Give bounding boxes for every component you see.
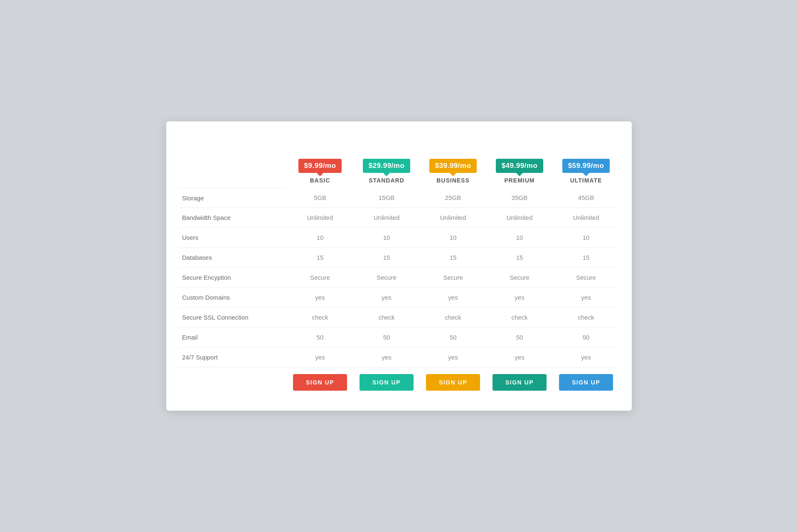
feature-label-row: Email (179, 328, 287, 347)
feature-label-row: Secure Encyption (179, 268, 287, 288)
plan-name-premium: PREMIUM (504, 177, 534, 184)
value-row-ultimate-6: check (553, 308, 619, 328)
value-row-standard-2: 10 (353, 228, 420, 248)
price-badge-basic: $9.99/mo (298, 159, 342, 173)
signup-button-standard[interactable]: SIGN UP (360, 374, 414, 391)
plan-footer-standard: SIGN UP (360, 367, 414, 394)
feature-label-row: Bandwidth Space (179, 208, 287, 228)
feature-label: Bandwidth Space (182, 214, 231, 221)
value-row-basic-2: 10 (287, 228, 353, 248)
plan-footer-ultimate: SIGN UP (559, 367, 613, 394)
label-column: StorageBandwidth SpaceUsersDatabasesSecu… (179, 138, 287, 394)
feature-label: Storage (182, 195, 204, 202)
plan-footer-basic: SIGN UP (293, 367, 347, 394)
value-row-premium-2: 10 (486, 228, 553, 248)
value-row-ultimate-4: Secure (553, 268, 619, 288)
plan-header-standard: $29.99/moSTANDARD (363, 138, 411, 188)
value-row-premium-3: 15 (486, 248, 553, 268)
value-row-basic-0: 5GB (287, 188, 353, 208)
value-row-business-6: check (420, 308, 486, 328)
value-row-premium-5: yes (486, 288, 553, 308)
value-row-business-4: Secure (420, 268, 486, 288)
feature-label-row: 24/7 Support (179, 347, 287, 367)
value-row-basic-3: 15 (287, 248, 353, 268)
value-row-standard-4: Secure (353, 268, 420, 288)
signup-button-business[interactable]: SIGN UP (426, 374, 480, 391)
value-row-basic-6: check (287, 308, 353, 328)
feature-label: Email (182, 334, 198, 341)
value-row-ultimate-8: yes (553, 347, 619, 367)
value-row-standard-5: yes (353, 288, 420, 308)
value-row-basic-7: 50 (287, 328, 353, 347)
plan-name-business: BUSINESS (436, 177, 470, 184)
label-footer (179, 367, 287, 394)
value-row-premium-6: check (486, 308, 553, 328)
value-row-ultimate-5: yes (553, 288, 619, 308)
price-badge-ultimate: $59.99/mo (562, 159, 610, 173)
value-row-ultimate-7: 50 (553, 328, 619, 347)
signup-button-ultimate[interactable]: SIGN UP (559, 374, 613, 391)
value-row-standard-6: check (353, 308, 420, 328)
plan-footer-business: SIGN UP (426, 367, 480, 394)
plan-col-business: $39.99/moBUSINESS25GBUnlimited1015Secure… (420, 138, 486, 394)
plan-col-ultimate: $59.99/moULTIMATE45GBUnlimited1015Secure… (553, 138, 619, 394)
plan-header-basic: $9.99/moBASIC (298, 138, 342, 188)
value-row-basic-5: yes (287, 288, 353, 308)
signup-button-basic[interactable]: SIGN UP (293, 374, 347, 391)
value-row-premium-7: 50 (486, 328, 553, 347)
value-row-ultimate-3: 15 (553, 248, 619, 268)
feature-label: Secure SSL Connection (182, 314, 249, 321)
plan-name-standard: STANDARD (369, 177, 404, 184)
value-row-business-5: yes (420, 288, 486, 308)
value-row-basic-1: Unlimited (287, 208, 353, 228)
feature-label-row: Users (179, 228, 287, 248)
value-row-business-7: 50 (420, 328, 486, 347)
value-row-business-2: 10 (420, 228, 486, 248)
plan-col-standard: $29.99/moSTANDARD15GBUnlimited1015Secure… (353, 138, 420, 394)
feature-label-row: Storage (179, 188, 287, 208)
value-row-standard-7: 50 (353, 328, 420, 347)
plan-name-ultimate: ULTIMATE (570, 177, 602, 184)
price-badge-premium: $49.99/mo (496, 159, 544, 173)
value-row-standard-1: Unlimited (353, 208, 420, 228)
feature-label: Custom Domains (182, 294, 230, 301)
plan-header-business: $39.99/moBUSINESS (429, 138, 477, 188)
value-row-standard-0: 15GB (353, 188, 420, 208)
value-row-ultimate-0: 45GB (553, 188, 619, 208)
feature-label: Secure Encyption (182, 274, 231, 281)
plan-header-premium: $49.99/moPREMIUM (496, 138, 544, 188)
plan-col-premium: $49.99/moPREMIUM35GBUnlimited1015Securey… (486, 138, 553, 394)
value-row-business-8: yes (420, 347, 486, 367)
price-badge-business: $39.99/mo (429, 159, 477, 173)
value-row-business-1: Unlimited (420, 208, 486, 228)
value-row-premium-8: yes (486, 347, 553, 367)
label-header (179, 138, 287, 188)
price-badge-standard: $29.99/mo (363, 159, 411, 173)
value-row-ultimate-2: 10 (553, 228, 619, 248)
feature-label: Databases (182, 254, 212, 261)
plan-col-basic: $9.99/moBASIC5GBUnlimited1015Secureyesch… (287, 138, 353, 394)
feature-label: 24/7 Support (182, 354, 218, 361)
feature-label-row: Custom Domains (179, 288, 287, 308)
feature-label-row: Secure SSL Connection (179, 308, 287, 328)
value-row-business-0: 25GB (420, 188, 486, 208)
plan-footer-premium: SIGN UP (493, 367, 547, 394)
value-row-basic-4: Secure (287, 268, 353, 288)
value-row-business-3: 15 (420, 248, 486, 268)
feature-label: Users (182, 234, 198, 241)
value-row-premium-0: 35GB (486, 188, 553, 208)
value-row-ultimate-1: Unlimited (553, 208, 619, 228)
feature-label-row: Databases (179, 248, 287, 268)
plan-header-ultimate: $59.99/moULTIMATE (562, 138, 610, 188)
signup-button-premium[interactable]: SIGN UP (493, 374, 547, 391)
plan-name-basic: BASIC (310, 177, 330, 184)
value-row-basic-8: yes (287, 347, 353, 367)
value-row-standard-8: yes (353, 347, 420, 367)
pricing-table: StorageBandwidth SpaceUsersDatabasesSecu… (166, 121, 632, 411)
value-row-premium-1: Unlimited (486, 208, 553, 228)
value-row-premium-4: Secure (486, 268, 553, 288)
value-row-standard-3: 15 (353, 248, 420, 268)
